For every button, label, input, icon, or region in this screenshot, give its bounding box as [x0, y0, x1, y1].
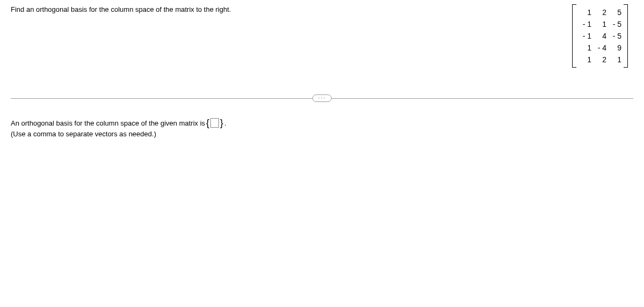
matrix-cell: 2	[592, 6, 608, 18]
divider-line	[11, 98, 312, 99]
matrix-cell: - 4	[592, 42, 608, 54]
left-brace: {	[206, 119, 209, 127]
matrix-cell: 1	[608, 54, 623, 65]
matrix: 1 2 5 - 1 1 - 5 - 1 4 - 5 1 - 4 9 1 2 1	[572, 4, 628, 68]
matrix-cell: 1	[592, 18, 608, 30]
matrix-row: 1 2 5	[577, 6, 623, 18]
matrix-row: - 1 4 - 5	[577, 30, 623, 42]
matrix-left-bracket	[572, 4, 576, 68]
matrix-body: 1 2 5 - 1 1 - 5 - 1 4 - 5 1 - 4 9 1 2 1	[576, 4, 624, 68]
matrix-cell: 1	[577, 54, 592, 65]
matrix-cell: - 5	[608, 30, 623, 42]
matrix-cell: 2	[592, 54, 608, 65]
matrix-cell: 9	[608, 42, 623, 54]
right-brace: }	[220, 119, 223, 127]
answer-suffix-text: .	[224, 119, 226, 127]
matrix-cell: 5	[608, 6, 623, 18]
matrix-cell: - 1	[577, 30, 592, 42]
matrix-row: 1 - 4 9	[577, 42, 623, 54]
matrix-row: 1 2 1	[577, 54, 623, 65]
answer-prefix-text: An orthogonal basis for the column space…	[11, 119, 205, 127]
divider-section: ···	[11, 94, 633, 102]
matrix-row: - 1 1 - 5	[577, 18, 623, 30]
matrix-cell: 1	[577, 42, 592, 54]
matrix-right-bracket	[624, 4, 628, 68]
matrix-cell: - 5	[608, 18, 623, 30]
answer-section: An orthogonal basis for the column space…	[11, 118, 226, 138]
answer-line: An orthogonal basis for the column space…	[11, 118, 226, 128]
matrix-cell: 1	[577, 6, 592, 18]
divider-line	[332, 98, 633, 99]
matrix-cell: 4	[592, 30, 608, 42]
hint-text: (Use a comma to separate vectors as need…	[11, 130, 226, 138]
question-text: Find an orthogonal basis for the column …	[11, 5, 231, 13]
matrix-cell: - 1	[577, 18, 592, 30]
expand-ellipsis-button[interactable]: ···	[312, 94, 332, 102]
answer-input[interactable]	[210, 118, 219, 128]
